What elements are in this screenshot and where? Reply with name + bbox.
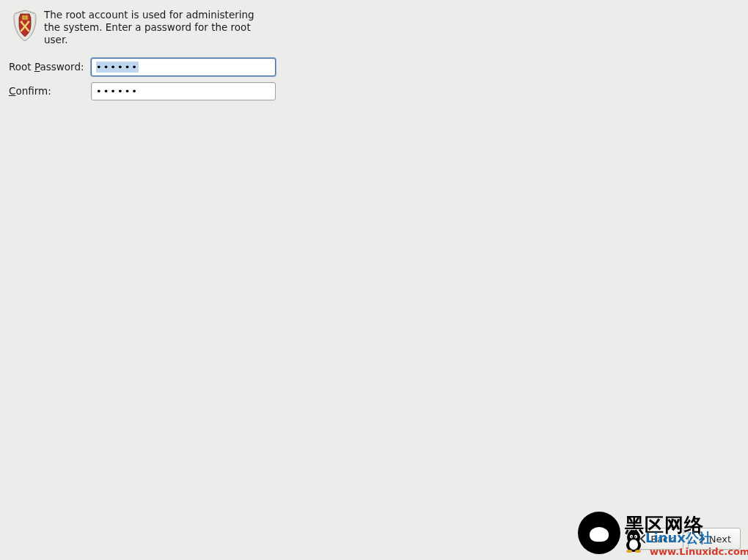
shield-icon xyxy=(12,9,38,43)
back-button[interactable]: Back xyxy=(629,528,683,550)
arrow-right-icon xyxy=(697,534,706,543)
confirm-password-row: Confirm: xyxy=(9,82,739,100)
penguin-icon xyxy=(578,512,620,554)
arrow-left-icon xyxy=(639,534,648,543)
root-password-row: Root Password: xyxy=(9,58,739,76)
root-password-label: Root Password: xyxy=(9,61,91,73)
next-button-label: Next xyxy=(709,534,731,545)
next-button[interactable]: Next xyxy=(688,528,741,550)
instruction-text: The root account is used for administeri… xyxy=(44,9,257,46)
svg-point-10 xyxy=(626,550,632,553)
confirm-password-label: Confirm: xyxy=(9,85,91,97)
back-button-label: Back xyxy=(650,534,674,545)
svg-point-11 xyxy=(635,550,641,553)
confirm-password-input[interactable] xyxy=(91,82,276,100)
footer-nav: Back Next xyxy=(629,528,741,550)
root-password-input[interactable] xyxy=(91,58,276,76)
